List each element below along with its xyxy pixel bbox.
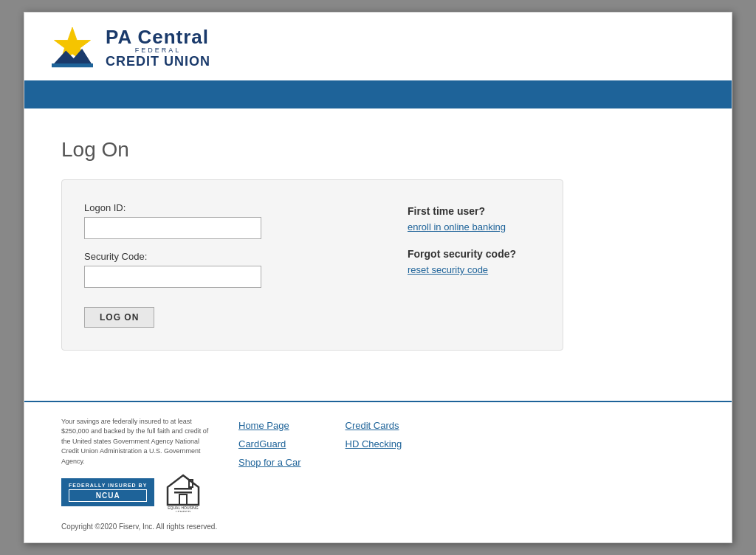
forgot-block: Forgot security code? reset security cod… [408,248,540,276]
ncua-badge: FEDERALLY INSURED BY NCUA [61,478,154,506]
logo-pa-text: PA Central [106,27,210,48]
footer-links-col: Home Page CardGuard Shop for a Car Credi… [238,417,695,468]
logon-id-group: Logon ID: [84,202,363,239]
footer-top: Your savings are federally insured to at… [61,417,695,513]
svg-rect-2 [52,63,93,67]
equal-housing-lender-badge: EQUAL HOUSING LENDER [165,472,202,512]
footer-link-shop-car[interactable]: Shop for a Car [238,457,301,468]
main-content: Log On Logon ID: Security Code: LOG ON F… [24,108,732,401]
login-form-section: Logon ID: Security Code: LOG ON [84,202,363,328]
footer-link-group-2: Credit Cards HD Checking [346,420,402,468]
logo-icon [47,26,98,70]
svg-text:LENDER: LENDER [176,510,191,512]
security-code-label: Security Code: [84,251,363,262]
first-time-label: First time user? [408,205,540,217]
security-code-input[interactable] [84,266,261,288]
footer-link-hd-checking[interactable]: HD Checking [346,438,402,449]
logo-container: PA Central FEDERAL CREDIT UNION [47,26,210,70]
footer-link-homepage[interactable]: Home Page [238,420,301,431]
svg-rect-5 [179,494,187,505]
security-code-group: Security Code: [84,251,363,288]
forgot-label: Forgot security code? [408,248,540,260]
footer-link-group-1: Home Page CardGuard Shop for a Car [238,420,301,468]
page-wrapper: PA Central FEDERAL CREDIT UNION Log On L… [24,12,732,543]
footer: Your savings are federally insured to at… [24,401,732,543]
logon-button[interactable]: LOG ON [84,307,154,328]
footer-link-credit-cards[interactable]: Credit Cards [346,420,402,431]
login-card: Logon ID: Security Code: LOG ON First ti… [61,179,563,351]
logon-id-input[interactable] [84,217,261,239]
header: PA Central FEDERAL CREDIT UNION [24,13,732,80]
footer-savings-text: Your savings are federally insured to at… [61,417,209,467]
footer-badges: FEDERALLY INSURED BY NCUA [61,472,209,512]
footer-text-col: Your savings are federally insured to at… [61,417,209,513]
nav-bar [24,80,732,108]
reset-link[interactable]: reset security code [408,264,488,275]
svg-rect-7 [174,488,192,490]
login-info-section: First time user? enroll in online bankin… [408,202,540,328]
svg-rect-6 [174,492,192,494]
footer-link-cardguard[interactable]: CardGuard [238,438,301,449]
page-title: Log On [61,138,695,162]
enroll-link[interactable]: enroll in online banking [408,221,506,232]
logo-cu-text: CREDIT UNION [106,55,210,69]
first-time-block: First time user? enroll in online bankin… [408,205,540,233]
logon-id-label: Logon ID: [84,202,363,213]
ncua-label: NCUA [69,489,147,502]
svg-marker-3 [168,475,199,505]
footer-copyright: Copyright ©2020 Fiserv, Inc. All rights … [61,523,695,531]
logo-text: PA Central FEDERAL CREDIT UNION [106,27,210,69]
